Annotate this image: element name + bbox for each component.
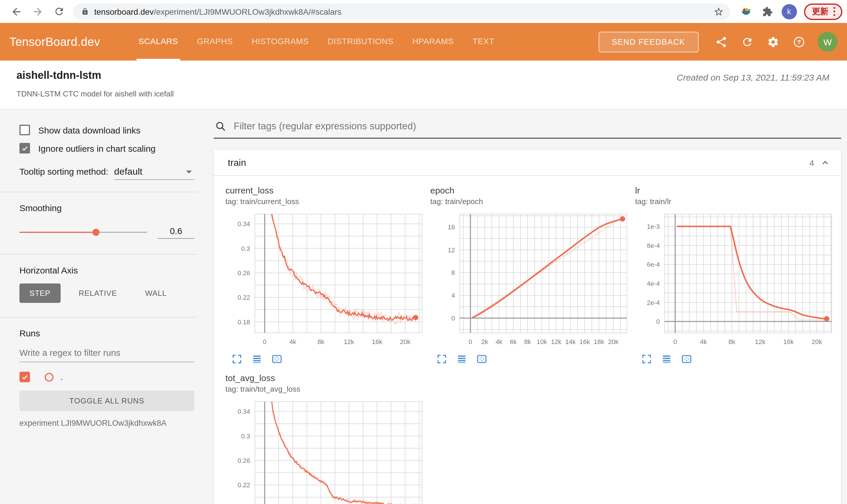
axis-step-button[interactable]: STEP bbox=[19, 284, 60, 303]
kebab-menu-icon bbox=[833, 7, 835, 16]
tab-graphs[interactable]: GRAPHS bbox=[195, 23, 235, 60]
extension-bowl-icon[interactable] bbox=[739, 4, 753, 19]
chart-plot[interactable]: 0.180.220.260.30.3404k8k12k16k20k bbox=[225, 209, 426, 349]
chrome-update-menu-button[interactable]: 更新 bbox=[804, 3, 842, 20]
chart-toolbar bbox=[231, 354, 426, 365]
run-checkbox[interactable] bbox=[19, 372, 30, 382]
tooltip-sorting-select[interactable]: default bbox=[114, 166, 194, 180]
bookmark-star-icon[interactable] bbox=[713, 6, 724, 17]
sidebar-divider bbox=[0, 192, 196, 192]
chart-plot[interactable]: 0.180.220.260.30.3404k8k12k16k20k bbox=[225, 397, 426, 504]
header-actions: SEND FEEDBACK ? W bbox=[598, 23, 837, 60]
toggle-all-runs-button[interactable]: TOGGLE ALL RUNS bbox=[19, 391, 194, 411]
svg-text:12k: 12k bbox=[755, 338, 765, 345]
chart-tag: tag: train/lr bbox=[635, 197, 835, 206]
svg-text:16k: 16k bbox=[372, 338, 383, 345]
svg-text:6e-4: 6e-4 bbox=[647, 261, 660, 268]
axis-wall-button[interactable]: WALL bbox=[135, 284, 177, 303]
svg-text:8k: 8k bbox=[524, 338, 531, 345]
search-icon bbox=[215, 120, 227, 132]
svg-text:0: 0 bbox=[468, 338, 472, 345]
svg-text:8k: 8k bbox=[728, 338, 736, 345]
data-lines-icon[interactable] bbox=[251, 354, 262, 365]
tab-scalars[interactable]: SCALARS bbox=[137, 23, 180, 60]
svg-text:18k: 18k bbox=[594, 338, 605, 345]
scalar-chart-epoch: epoch tag: train/epoch 048121602k4k6k8k1… bbox=[428, 185, 633, 365]
scalars-main: train 4 current_loss tag: train/current_… bbox=[212, 109, 847, 499]
svg-text:14k: 14k bbox=[565, 338, 576, 345]
url-bar[interactable]: tensorboard.dev/experiment/LJI9MWUORLOw3… bbox=[73, 3, 730, 20]
runs-filter-input[interactable] bbox=[19, 344, 194, 362]
chart-plot[interactable]: 048121602k4k6k8k10k12k14k16k18k20k bbox=[430, 209, 630, 349]
experiment-created-date: Created on Sep 13, 2021, 11:59:23 AM bbox=[677, 72, 829, 82]
forward-icon[interactable] bbox=[31, 5, 44, 18]
ignore-outliers-checkbox[interactable] bbox=[19, 143, 30, 154]
experiment-header: aishell-tdnn-lstm TDNN-LSTM CTC model fo… bbox=[0, 60, 847, 109]
data-lines-icon[interactable] bbox=[456, 354, 467, 365]
tab-distributions[interactable]: DISTRIBUTIONS bbox=[326, 23, 395, 60]
tooltip-sorting-label: Tooltip sorting method: bbox=[19, 166, 108, 176]
collapse-chevron-icon[interactable] bbox=[820, 157, 831, 168]
user-avatar[interactable]: W bbox=[817, 32, 837, 52]
expand-chart-icon[interactable] bbox=[231, 354, 242, 365]
help-icon[interactable]: ? bbox=[792, 35, 806, 49]
show-download-links-row[interactable]: Show data download links bbox=[19, 125, 194, 135]
svg-text:20k: 20k bbox=[812, 338, 822, 345]
show-download-links-checkbox[interactable] bbox=[19, 125, 30, 135]
lock-icon bbox=[81, 8, 89, 15]
tensorboard-app: tensorboard.dev/experiment/LJI9MWUORLOw3… bbox=[0, 0, 847, 504]
tab-hparams[interactable]: HPARAMS bbox=[411, 23, 455, 60]
scalar-chart-current-loss: current_loss tag: train/current_loss 0.1… bbox=[223, 185, 428, 365]
tab-histograms[interactable]: HISTOGRAMS bbox=[250, 23, 311, 60]
share-icon[interactable] bbox=[714, 35, 728, 49]
reload-icon[interactable] bbox=[52, 5, 65, 18]
axis-relative-button[interactable]: RELATIVE bbox=[69, 284, 127, 303]
chart-plot[interactable]: 1e-38e-46e-44e-42e-4004k8k12k16k20k bbox=[635, 209, 835, 349]
chart-toolbar bbox=[436, 354, 630, 365]
tooltip-sorting-value: default bbox=[114, 166, 186, 177]
smoothing-value[interactable]: 0.6 bbox=[158, 226, 194, 239]
fit-domain-icon[interactable] bbox=[681, 354, 692, 365]
browser-profile-avatar[interactable]: k bbox=[781, 4, 797, 19]
svg-text:0: 0 bbox=[263, 338, 266, 345]
tag-filter-input[interactable] bbox=[232, 120, 840, 132]
svg-text:2e-4: 2e-4 bbox=[647, 299, 660, 306]
fit-domain-icon[interactable] bbox=[476, 354, 487, 365]
ignore-outliers-row[interactable]: Ignore outliers in chart scaling bbox=[19, 143, 194, 154]
run-list-item: . bbox=[19, 372, 194, 382]
chart-title: lr bbox=[635, 185, 835, 195]
extensions-puzzle-icon[interactable] bbox=[760, 4, 774, 19]
show-download-links-label: Show data download links bbox=[38, 125, 140, 135]
tag-group-card: train 4 current_loss tag: train/current_… bbox=[214, 150, 841, 504]
svg-text:4k: 4k bbox=[700, 338, 707, 345]
experiment-description: TDNN-LSTM CTC model for aishell with ice… bbox=[16, 89, 829, 98]
back-icon[interactable] bbox=[10, 5, 23, 18]
horizontal-axis-buttons: STEP RELATIVE WALL bbox=[19, 284, 194, 303]
send-feedback-button[interactable]: SEND FEEDBACK bbox=[598, 32, 699, 52]
tab-text[interactable]: TEXT bbox=[471, 23, 496, 60]
fit-domain-icon[interactable] bbox=[271, 354, 282, 365]
svg-text:2k: 2k bbox=[481, 338, 488, 345]
run-color-swatch bbox=[45, 373, 54, 381]
expand-chart-icon[interactable] bbox=[436, 354, 447, 365]
slider-knob[interactable] bbox=[92, 229, 100, 236]
sidebar-divider bbox=[0, 254, 196, 255]
nav-tabs: SCALARS GRAPHS HISTOGRAMS DISTRIBUTIONS … bbox=[137, 23, 598, 60]
smoothing-slider[interactable] bbox=[19, 232, 147, 233]
svg-text:20k: 20k bbox=[608, 338, 619, 345]
settings-gear-icon[interactable] bbox=[766, 35, 780, 49]
tag-group-header[interactable]: train 4 bbox=[214, 150, 841, 176]
svg-text:8e-4: 8e-4 bbox=[647, 242, 660, 249]
svg-text:0.22: 0.22 bbox=[238, 294, 250, 301]
app-logo: TensorBoard.dev bbox=[10, 23, 100, 60]
expand-chart-icon[interactable] bbox=[641, 354, 652, 365]
data-lines-icon[interactable] bbox=[661, 354, 672, 365]
experiment-id-line: experiment LJI9MWUORLOw3jkdhxwk8A bbox=[19, 419, 194, 428]
tag-filter-row bbox=[214, 118, 841, 139]
smoothing-control: 0.6 bbox=[19, 226, 194, 239]
app-header: TensorBoard.dev SCALARS GRAPHS HISTOGRAM… bbox=[0, 23, 847, 60]
svg-text:0.22: 0.22 bbox=[238, 481, 250, 489]
svg-text:0: 0 bbox=[673, 338, 677, 345]
refresh-icon[interactable] bbox=[740, 35, 754, 49]
svg-text:4e-4: 4e-4 bbox=[647, 280, 660, 287]
